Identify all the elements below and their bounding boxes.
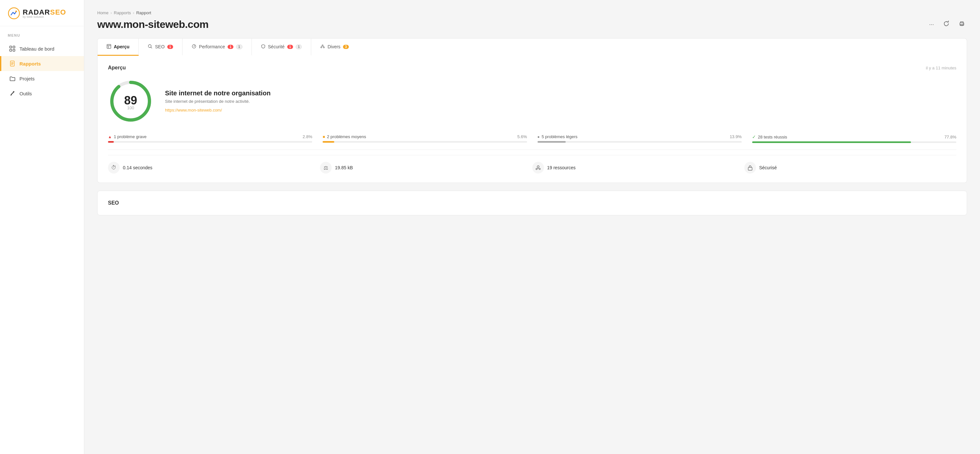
stat-moyens-label: 2 problèmes moyens — [327, 134, 366, 139]
tools-icon — [9, 90, 16, 97]
sidebar: RADARSEO by Web Solution MENU Tableau de… — [0, 0, 84, 454]
svg-rect-4 — [10, 49, 12, 51]
sidebar-label-projets: Projets — [19, 76, 35, 81]
stat-grave-label: 1 problème grave — [114, 134, 146, 139]
tab-apercu-label: Aperçu — [114, 44, 129, 49]
apercu-card-title: Aperçu — [108, 65, 126, 71]
stat-moyens-bar-wrap — [323, 141, 527, 143]
sidebar-nav: Tableau de bord Rapports Projets Outils — [0, 40, 84, 102]
tab-performance-label: Performance — [199, 44, 225, 49]
metric-resources-value: 19 ressources — [547, 165, 576, 170]
more-options-button[interactable]: ··· — [927, 19, 936, 30]
metric-size-value: 19.85 kB — [335, 165, 353, 170]
logo-seo-text: SEO — [50, 8, 66, 16]
metric-resources: 19 ressources — [532, 162, 744, 174]
metric-size: ⚖ 19.85 kB — [320, 162, 532, 174]
check-icon: ✓ — [752, 134, 756, 139]
stat-reussis-label: 28 tests réussis — [758, 135, 787, 139]
print-button[interactable] — [957, 19, 967, 30]
breadcrumb-sep-2: › — [133, 10, 134, 15]
breadcrumb-sep-1: › — [111, 10, 112, 15]
time-icon: ⏱ — [108, 162, 119, 174]
stat-reussis-bar — [752, 142, 911, 143]
sidebar-item-projets[interactable]: Projets — [0, 71, 84, 86]
sidebar-item-outils[interactable]: Outils — [0, 86, 84, 101]
breadcrumb-home[interactable]: Home — [97, 10, 108, 15]
tab-seo-label: SEO — [155, 44, 165, 49]
stats-row: ▲ 1 problème grave 2.8% ■ 2 problèmes mo… — [108, 134, 956, 143]
stat-grave-percent: 2.8% — [300, 134, 312, 139]
svg-rect-9 — [961, 24, 963, 25]
search-icon — [148, 44, 153, 49]
score-info: Site internet de notre organisation Site… — [165, 89, 956, 113]
breadcrumb-rapports[interactable]: Rapports — [114, 10, 131, 15]
tab-securite-badge-2: 1 — [296, 45, 302, 49]
tab-performance[interactable]: Performance 1 1 — [183, 38, 252, 56]
metric-secure: Sécurisé — [744, 162, 956, 174]
square-icon: ■ — [323, 135, 325, 139]
sidebar-item-rapports[interactable]: Rapports — [0, 56, 84, 71]
triangle-icon: ▲ — [108, 135, 112, 139]
gauge-icon — [192, 44, 196, 49]
size-icon: ⚖ — [320, 162, 332, 174]
tab-apercu[interactable]: Aperçu — [97, 38, 139, 56]
site-name: Site internet de notre organisation — [165, 89, 956, 97]
lock-icon — [744, 162, 756, 174]
stat-legers: ● 5 problèmes légers 13.9% — [538, 134, 742, 143]
svg-point-22 — [539, 168, 541, 170]
metrics-divider — [108, 150, 956, 150]
stat-grave-bar-wrap — [108, 141, 312, 143]
file-icon — [9, 60, 16, 67]
stat-grave-bar — [108, 141, 114, 143]
logo: RADARSEO by Web Solution — [0, 0, 84, 26]
main-content: Home › Rapports › Rapport www.mon-sitewe… — [84, 0, 980, 454]
tab-performance-badge-2: 1 — [236, 45, 242, 49]
tab-divers[interactable]: Divers 3 — [311, 38, 358, 56]
breadcrumb-current: Rapport — [136, 10, 151, 15]
tab-securite[interactable]: Sécurité 1 1 — [252, 38, 312, 56]
stat-legers-bar — [538, 141, 566, 143]
svg-rect-5 — [13, 49, 15, 51]
tab-performance-badge-1: 1 — [228, 45, 234, 49]
stat-moyens-bar — [323, 141, 334, 143]
tab-securite-label: Sécurité — [268, 44, 285, 49]
svg-point-20 — [537, 166, 539, 168]
shield-icon — [261, 44, 266, 49]
tabs-container: Aperçu SEO 1 Performance 1 1 Sécurité 1 … — [97, 38, 967, 56]
tab-seo-badge: 1 — [167, 45, 173, 49]
svg-rect-23 — [748, 167, 752, 170]
apercu-card-time: il y a 11 minutes — [926, 65, 956, 70]
svg-rect-2 — [10, 46, 12, 48]
sidebar-label-tableau: Tableau de bord — [19, 46, 54, 51]
refresh-icon — [943, 21, 950, 29]
more-icon: ··· — [929, 21, 934, 28]
stat-legers-label: 5 problèmes légers — [542, 134, 578, 139]
tab-seo[interactable]: SEO 1 — [139, 38, 183, 56]
tab-divers-label: Divers — [328, 44, 340, 49]
print-icon — [959, 21, 965, 29]
refresh-button[interactable] — [941, 19, 951, 30]
sidebar-label-rapports: Rapports — [19, 61, 41, 67]
svg-point-1 — [16, 11, 17, 12]
score-section: 89 100 Site internet de notre organisati… — [108, 78, 956, 124]
sidebar-item-tableau-de-bord[interactable]: Tableau de bord — [0, 41, 84, 56]
svg-point-14 — [194, 46, 194, 47]
metric-time-value: 0.14 secondes — [123, 165, 153, 170]
share-icon — [320, 44, 325, 49]
sidebar-label-outils: Outils — [19, 91, 32, 96]
site-description: Site internet de présentation de notre a… — [165, 99, 956, 104]
stat-reussis-bar-wrap — [752, 142, 956, 143]
seo-card-title: SEO — [108, 200, 119, 205]
apercu-card: Aperçu il y a 11 minutes 89 100 Site int… — [97, 56, 967, 183]
seo-card: SEO — [97, 191, 967, 215]
menu-label: MENU — [0, 26, 84, 40]
stat-legers-bar-wrap — [538, 141, 742, 143]
stat-reussis-percent: 77.8% — [942, 135, 956, 139]
score-circle: 89 100 — [108, 78, 153, 124]
site-url[interactable]: https://www.mon-siteweb.com/ — [165, 108, 222, 113]
svg-point-10 — [963, 23, 964, 24]
grid-icon — [9, 45, 16, 52]
score-denom: 100 — [127, 105, 134, 110]
tab-securite-badge-1: 1 — [287, 45, 293, 49]
stat-legers-percent: 13.9% — [727, 134, 742, 139]
